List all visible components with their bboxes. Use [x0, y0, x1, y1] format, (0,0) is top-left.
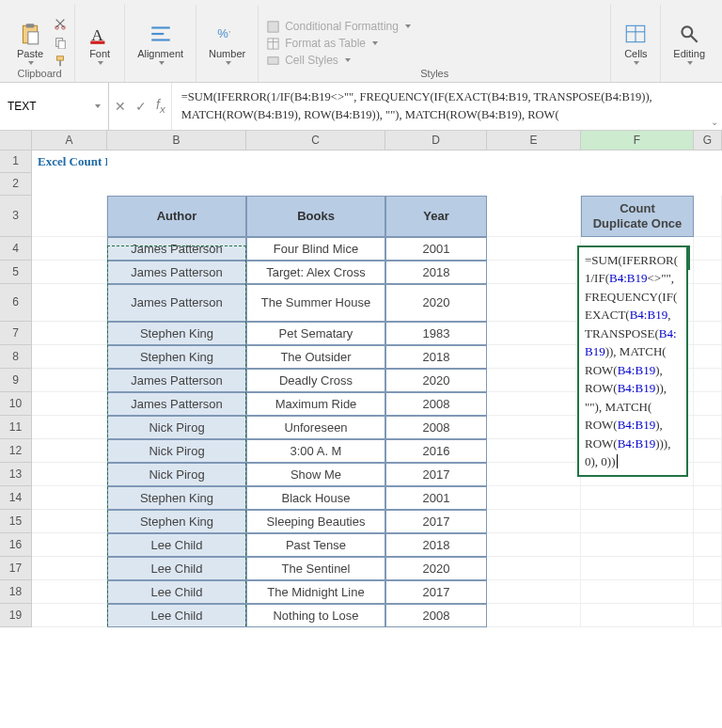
row-header-4[interactable]: 4: [0, 237, 32, 261]
row-header-15[interactable]: 15: [0, 510, 32, 533]
cell-blank[interactable]: [487, 369, 581, 392]
cell-blank[interactable]: [694, 237, 722, 261]
cell-blank[interactable]: [694, 392, 722, 416]
cell-book[interactable]: The Summer House: [246, 284, 385, 322]
row-header-12[interactable]: 12: [0, 439, 32, 463]
cell-blank[interactable]: [694, 416, 722, 439]
col-header-C[interactable]: C: [246, 131, 385, 150]
cell-year[interactable]: 2008: [385, 604, 487, 627]
cell-book[interactable]: Show Me: [246, 463, 385, 486]
col-header-D[interactable]: D: [385, 131, 487, 150]
row-header-16[interactable]: 16: [0, 533, 32, 557]
cell-blank[interactable]: [694, 150, 722, 173]
cell-styles-button[interactable]: Cell Styles: [266, 54, 411, 68]
cell-blank[interactable]: [694, 261, 722, 284]
formula-input[interactable]: =SUM(IFERROR(1/IF(B4:B19<>"", FREQUENCY(…: [172, 83, 722, 130]
cell-blank[interactable]: [385, 150, 487, 173]
select-all[interactable]: [0, 131, 32, 150]
cell-author[interactable]: Stephen King: [107, 510, 246, 533]
cell-blank[interactable]: [32, 392, 107, 416]
cell-blank[interactable]: [487, 392, 581, 416]
cell-blank[interactable]: [32, 284, 107, 322]
cell-author[interactable]: Lee Child: [107, 580, 246, 604]
cell-author[interactable]: Lee Child: [107, 604, 246, 627]
cell-author[interactable]: Nick Pirog: [107, 416, 246, 439]
cell-book[interactable]: Target: Alex Cross: [246, 261, 385, 284]
cell-author[interactable]: Lee Child: [107, 533, 246, 557]
row-header-3[interactable]: 3: [0, 196, 32, 237]
cell-blank[interactable]: [487, 237, 581, 261]
cell-blank[interactable]: [487, 439, 581, 463]
cell-blank[interactable]: [32, 322, 107, 345]
cell-blank[interactable]: [694, 322, 722, 345]
cell-blank[interactable]: [581, 173, 694, 196]
name-box[interactable]: [0, 83, 109, 130]
cell-blank[interactable]: [581, 150, 694, 173]
cell-blank[interactable]: [107, 150, 246, 173]
cell-blank[interactable]: [487, 322, 581, 345]
cell-author[interactable]: Lee Child: [107, 557, 246, 580]
cell-author[interactable]: James Patterson: [107, 261, 246, 284]
cell-author[interactable]: Stephen King: [107, 486, 246, 510]
cell-F[interactable]: [581, 510, 694, 533]
cell-year[interactable]: 2020: [385, 557, 487, 580]
row-header-13[interactable]: 13: [0, 463, 32, 486]
cell-blank[interactable]: [487, 284, 581, 322]
row-header-9[interactable]: 9: [0, 369, 32, 392]
cell-blank[interactable]: [487, 173, 581, 196]
cell-book[interactable]: Unforeseen: [246, 416, 385, 439]
cell-book[interactable]: The Outsider: [246, 345, 385, 369]
cell-blank[interactable]: [107, 173, 246, 196]
cell-year[interactable]: 2008: [385, 392, 487, 416]
cell-book[interactable]: Nothing to Lose: [246, 604, 385, 627]
cell-blank[interactable]: [32, 510, 107, 533]
cell-F[interactable]: [581, 580, 694, 604]
cell-blank[interactable]: [694, 463, 722, 486]
cell-blank[interactable]: [694, 173, 722, 196]
cell-book[interactable]: Past Tense: [246, 533, 385, 557]
cell-blank[interactable]: [487, 580, 581, 604]
cell-blank[interactable]: [487, 510, 581, 533]
format-as-table-button[interactable]: Format as Table: [266, 37, 411, 51]
cell-F[interactable]: [581, 604, 694, 627]
cell-year[interactable]: 2001: [385, 237, 487, 261]
cell-year[interactable]: 2001: [385, 486, 487, 510]
cell-year[interactable]: 2017: [385, 580, 487, 604]
cell-book[interactable]: Deadly Cross: [246, 369, 385, 392]
cell-blank[interactable]: [32, 557, 107, 580]
cell-blank[interactable]: [694, 533, 722, 557]
cell-author[interactable]: James Patterson: [107, 284, 246, 322]
row-header-18[interactable]: 18: [0, 580, 32, 604]
row-header-14[interactable]: 14: [0, 486, 32, 510]
cell-year[interactable]: 2008: [385, 416, 487, 439]
cell-blank[interactable]: [694, 284, 722, 322]
cancel-formula-icon[interactable]: ✕: [115, 99, 126, 114]
cell-blank[interactable]: [32, 173, 107, 196]
cell-blank[interactable]: [694, 196, 722, 237]
cell-author[interactable]: Nick Pirog: [107, 439, 246, 463]
conditional-formatting-button[interactable]: Conditional Formatting: [266, 20, 411, 34]
expand-formula-bar-icon[interactable]: ⌄: [711, 117, 718, 127]
cell-blank[interactable]: [32, 237, 107, 261]
cell-author[interactable]: Stephen King: [107, 345, 246, 369]
formula-editing-overlay[interactable]: =SUM(IFERROR(1/IF(B4:B19<>"",FREQUENCY(I…: [577, 245, 688, 477]
header-year[interactable]: Year: [385, 196, 487, 237]
copy-icon[interactable]: [54, 36, 67, 52]
cell-blank[interactable]: [246, 150, 385, 173]
cell-blank[interactable]: [32, 486, 107, 510]
paste-button[interactable]: Paste: [12, 20, 48, 67]
editing-button[interactable]: Editing: [668, 20, 710, 67]
cells-button[interactable]: Cells: [619, 20, 652, 67]
cell-blank[interactable]: [32, 345, 107, 369]
cell-blank[interactable]: [694, 345, 722, 369]
cell-blank[interactable]: [694, 486, 722, 510]
cell-book[interactable]: Maximum Ride: [246, 392, 385, 416]
cell-author[interactable]: James Patterson: [107, 237, 246, 261]
cell-blank[interactable]: [385, 173, 487, 196]
cell-blank[interactable]: [487, 345, 581, 369]
row-header-17[interactable]: 17: [0, 557, 32, 580]
cell-blank[interactable]: [32, 463, 107, 486]
cell-year[interactable]: 2016: [385, 439, 487, 463]
cell-blank[interactable]: [32, 580, 107, 604]
row-header-2[interactable]: 2: [0, 173, 32, 196]
